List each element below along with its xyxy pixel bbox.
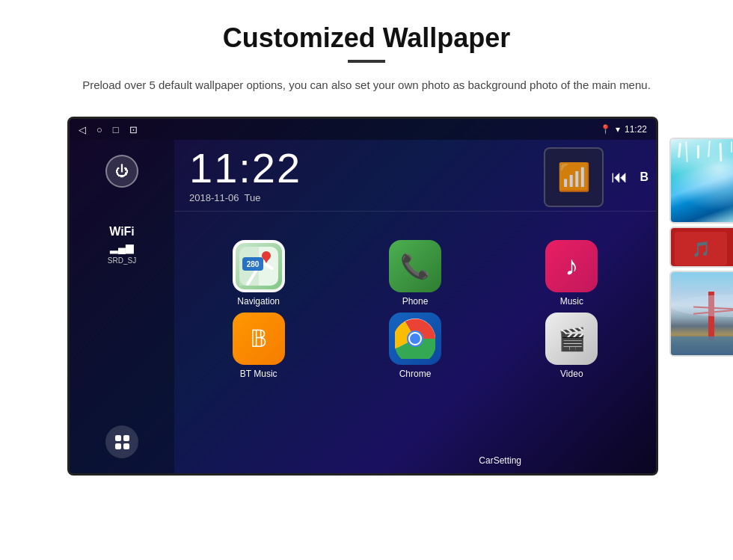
page-title: Customized Wallpaper xyxy=(223,22,511,54)
app-bt-music[interactable]: 𝔹 BT Music xyxy=(183,313,334,379)
broadcast-icon: 📶 xyxy=(557,161,591,193)
status-time: 11:22 xyxy=(625,124,647,135)
app-chrome[interactable]: Chrome xyxy=(340,313,490,379)
music-label: Music xyxy=(560,296,583,307)
svg-point-11 xyxy=(410,333,420,344)
wifi-info: WiFi ▂▄▆ SRD_SJ xyxy=(108,225,136,265)
top-media-area: 📶 ⏮ B xyxy=(544,147,648,207)
app-video[interactable]: 🎬 Video xyxy=(497,313,647,379)
app-phone[interactable]: 📞 Phone xyxy=(340,240,490,307)
page-subtitle: Preload over 5 default wallpaper options… xyxy=(82,76,651,94)
svg-text:280: 280 xyxy=(246,260,259,268)
music-icon: ♪ xyxy=(545,240,598,292)
main-content: 11:22 2018-11-06 Tue 📶 ⏮ B xyxy=(174,140,656,473)
media-icon-box: 📶 xyxy=(544,147,604,207)
media-controls: ⏮ B xyxy=(611,167,648,187)
wallpaper-thumbs: 🎵 xyxy=(669,138,733,357)
home-icon[interactable]: ○ xyxy=(96,124,102,135)
wallpaper-player[interactable]: 🎵 xyxy=(669,227,733,268)
app-grid: 280 Navigation 📞 Phone xyxy=(174,234,656,385)
bt-music-icon: 𝔹 xyxy=(233,313,285,365)
bt-music-label: BT Music xyxy=(240,369,277,379)
media-artist: B xyxy=(640,170,648,184)
video-symbol: 🎬 xyxy=(558,326,586,352)
nav-map-visual: 280 xyxy=(236,243,282,289)
screenshot-icon[interactable]: ⊡ xyxy=(129,124,138,135)
status-right-icons: 📍 ▾ 11:22 xyxy=(600,124,647,135)
status-nav-icons: ◁ ○ □ ⊡ xyxy=(79,124,138,135)
location-icon: 📍 xyxy=(600,124,611,135)
status-bar: ◁ ○ □ ⊡ 📍 ▾ 11:22 xyxy=(70,119,656,140)
power-button[interactable]: ⏻ xyxy=(105,155,138,188)
music-symbol: ♪ xyxy=(565,250,578,282)
back-icon[interactable]: ◁ xyxy=(79,124,86,135)
wallpaper-ice[interactable] xyxy=(669,138,733,224)
navigation-icon: 280 xyxy=(233,240,285,292)
wifi-icon: ▾ xyxy=(616,124,620,135)
title-divider xyxy=(348,60,385,63)
wifi-ssid: SRD_SJ xyxy=(108,256,136,265)
chrome-icon xyxy=(389,313,441,365)
phone-symbol: 📞 xyxy=(400,252,430,280)
video-icon: 🎬 xyxy=(545,313,598,365)
carsetting-label[interactable]: CarSetting xyxy=(479,455,521,466)
phone-label: Phone xyxy=(402,296,429,307)
screen-wrapper: ◁ ○ □ ⊡ 📍 ▾ 11:22 ⏻ WiFi ▂▄▆ SRD_SJ xyxy=(67,117,666,476)
wifi-label: WiFi xyxy=(108,225,136,239)
android-screen: ◁ ○ □ ⊡ 📍 ▾ 11:22 ⏻ WiFi ▂▄▆ SRD_SJ xyxy=(67,117,658,476)
apps-grid-icon xyxy=(115,435,129,449)
apps-button[interactable] xyxy=(105,425,138,458)
left-sidebar: ⏻ WiFi ▂▄▆ SRD_SJ xyxy=(70,140,174,473)
app-navigation[interactable]: 280 Navigation xyxy=(183,240,334,307)
chrome-label: Chrome xyxy=(399,369,432,379)
bluetooth-symbol: 𝔹 xyxy=(250,324,267,353)
recents-icon[interactable]: □ xyxy=(113,124,119,135)
navigation-label: Navigation xyxy=(237,296,280,307)
wallpaper-bridge[interactable] xyxy=(669,271,733,357)
phone-icon: 📞 xyxy=(389,240,441,292)
prev-track-icon[interactable]: ⏮ xyxy=(611,167,628,187)
wifi-bars: ▂▄▆ xyxy=(108,241,136,253)
video-label: Video xyxy=(560,369,583,379)
app-music[interactable]: ♪ Music xyxy=(497,240,647,307)
